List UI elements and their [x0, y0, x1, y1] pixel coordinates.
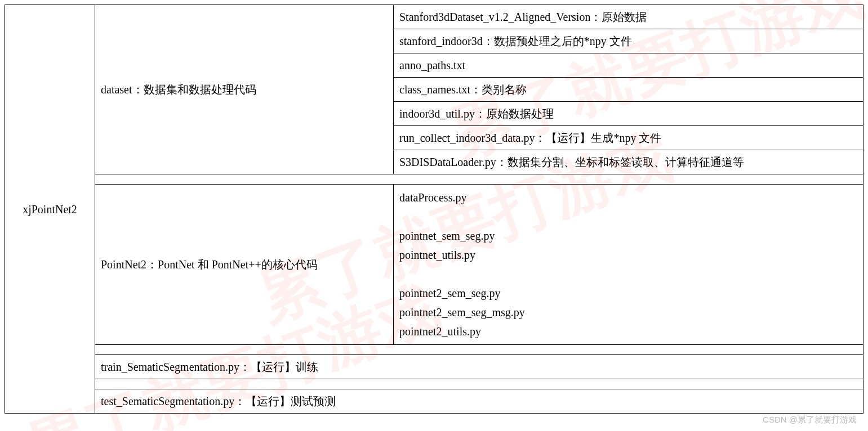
dataset-label-cell: dataset：数据集和数据处理代码 [95, 5, 394, 174]
dataset-item: anno_paths.txt [394, 53, 863, 78]
structure-table: xjPointNet2 dataset：数据集和数据处理代码 Stanford3… [5, 5, 863, 414]
dataset-item: stanford_indoor3d：数据预处理之后的*npy 文件 [394, 29, 863, 53]
attribution-text: CSDN @累了就要打游戏 [763, 415, 857, 425]
dataset-item: run_collect_indoor3d_data.py：【运行】生成*npy … [394, 126, 863, 150]
spacer-cell [95, 379, 863, 389]
spacer-cell [95, 174, 863, 185]
train-cell: train_SematicSegmentation.py：【运行】训练 [95, 355, 863, 379]
spacer-cell [95, 345, 863, 355]
spacer-row [5, 174, 863, 185]
spacer-row [5, 379, 863, 389]
table-row: test_SematicSegmentation.py：【运行】测试预测 [5, 389, 863, 414]
dataset-item: indoor3d_util.py：原始数据处理 [394, 102, 863, 126]
dataset-item: class_names.txt：类别名称 [394, 78, 863, 102]
table-row: train_SematicSegmentation.py：【运行】训练 [5, 355, 863, 379]
dataset-item: S3DISDataLoader.py：数据集分割、坐标和标签读取、计算特征通道等 [394, 150, 863, 174]
test-cell: test_SematicSegmentation.py：【运行】测试预测 [95, 389, 863, 414]
pointnet2-content-cell: dataProcess.py pointnet_sem_seg.py point… [394, 185, 863, 345]
table-row: PointNet2：PontNet 和 PontNet++的核心代码 dataP… [5, 185, 863, 345]
root-cell: xjPointNet2 [5, 5, 95, 414]
spacer-row [5, 345, 863, 355]
table-row: xjPointNet2 dataset：数据集和数据处理代码 Stanford3… [5, 5, 863, 29]
dataset-item: Stanford3dDataset_v1.2_Aligned_Version：原… [394, 5, 863, 29]
pointnet2-label-cell: PointNet2：PontNet 和 PontNet++的核心代码 [95, 185, 394, 345]
